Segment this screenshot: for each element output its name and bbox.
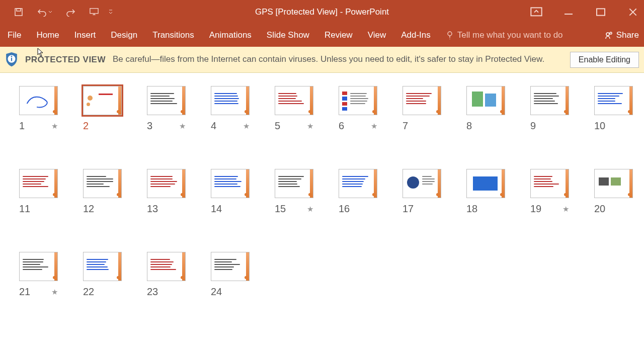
quick-access-toolbar — [0, 8, 113, 17]
slide-number: 18 — [466, 203, 477, 215]
enable-editing-button[interactable]: Enable Editing — [570, 52, 639, 68]
slide-thumbnail[interactable]: 4★ — [211, 86, 250, 132]
close-icon[interactable] — [627, 6, 639, 18]
tab-animations[interactable]: Animations — [202, 24, 259, 47]
slide-thumbnail[interactable]: 7 — [403, 86, 441, 132]
undo-dropdown-icon[interactable] — [48, 10, 52, 14]
share-label: Share — [616, 30, 639, 40]
slide-number: 13 — [147, 203, 158, 215]
tab-design[interactable]: Design — [103, 24, 145, 47]
slide-thumbnail[interactable]: 10 — [594, 86, 633, 132]
slide-number: 20 — [594, 203, 605, 215]
protected-view-label: PROTECTED VIEW — [25, 55, 106, 65]
svg-rect-0 — [15, 9, 22, 16]
share-button[interactable]: Share — [596, 24, 644, 47]
svg-rect-13 — [11, 58, 12, 61]
tell-me-search[interactable]: Tell me what you want to do — [438, 24, 596, 47]
slide-thumbnail[interactable]: 3★ — [147, 86, 186, 132]
slide-thumbnail[interactable]: 19★ — [530, 169, 569, 215]
tab-slide-show[interactable]: Slide Show — [259, 24, 317, 47]
tab-add-ins[interactable]: Add-Ins — [393, 24, 438, 47]
svg-point-10 — [606, 33, 609, 36]
svg-point-9 — [448, 32, 452, 36]
slide-number: 15 — [275, 203, 286, 215]
svg-rect-6 — [597, 9, 605, 15]
title-bar: GPS [Protected View] - PowerPoint — [0, 0, 644, 24]
slide-thumbnail[interactable]: 20 — [594, 169, 633, 215]
slide-number: 17 — [403, 203, 414, 215]
slide-thumbnail[interactable]: 1★ — [19, 86, 58, 132]
slide-thumbnail[interactable]: 21★ — [19, 252, 58, 298]
slide-thumbnail[interactable]: 14 — [211, 169, 250, 215]
svg-rect-1 — [17, 9, 21, 11]
ribbon: FileHomeInsertDesignTransitionsAnimation… — [0, 24, 644, 47]
slide-thumbnail[interactable]: 2 — [83, 86, 122, 132]
slide-thumbnail[interactable]: 18 — [466, 169, 505, 215]
slide-thumbnail[interactable]: 17 — [403, 169, 441, 215]
slide-number: 7 — [403, 120, 408, 132]
transition-star-icon: ★ — [307, 205, 313, 214]
slide-thumbnail[interactable]: 6★ — [339, 86, 377, 132]
slide-thumbnail[interactable]: 12 — [83, 169, 122, 215]
svg-point-14 — [11, 56, 13, 57]
slide-thumbnail[interactable]: 16 — [339, 169, 377, 215]
tab-review[interactable]: Review — [317, 24, 360, 47]
slide-number: 6 — [339, 120, 344, 132]
slide-number: 2 — [83, 120, 89, 132]
slide-thumbnail[interactable]: 11 — [19, 169, 58, 215]
maximize-icon[interactable] — [595, 6, 607, 18]
slide-number: 24 — [211, 286, 222, 298]
slide-sorter[interactable]: 1★23★4★5★6★789101112131415★16171819★2021… — [0, 73, 644, 298]
shield-info-icon — [5, 52, 18, 67]
slide-thumbnail[interactable]: 13 — [147, 169, 186, 215]
slide-thumbnail[interactable]: 23 — [147, 252, 186, 298]
slide-number: 12 — [83, 203, 94, 215]
save-icon[interactable] — [14, 8, 23, 17]
transition-star-icon: ★ — [371, 122, 377, 131]
ribbon-display-options-icon[interactable] — [530, 6, 542, 18]
transition-star-icon: ★ — [243, 122, 250, 131]
tab-transitions[interactable]: Transitions — [145, 24, 202, 47]
slide-number: 23 — [147, 286, 158, 298]
tell-me-placeholder: Tell me what you want to do — [457, 30, 563, 40]
tab-home[interactable]: Home — [29, 24, 66, 47]
start-from-beginning-icon[interactable] — [90, 8, 99, 17]
protected-view-message: Be careful—files from the Internet can c… — [113, 54, 563, 65]
slide-thumbnail[interactable]: 24 — [211, 252, 250, 298]
svg-rect-4 — [531, 8, 541, 16]
slide-thumbnail[interactable]: 5★ — [275, 86, 313, 132]
slide-thumbnail[interactable]: 8 — [466, 86, 505, 132]
tab-file[interactable]: File — [0, 24, 29, 47]
slide-number: 21 — [19, 286, 30, 298]
slide-thumbnail[interactable]: 22 — [83, 252, 122, 298]
slide-number: 10 — [594, 120, 605, 132]
slide-number: 3 — [147, 120, 152, 132]
slide-number: 4 — [211, 120, 216, 132]
transition-star-icon: ★ — [51, 288, 58, 297]
transition-star-icon: ★ — [562, 205, 569, 214]
svg-point-11 — [610, 32, 612, 34]
transition-star-icon: ★ — [307, 122, 313, 131]
window-controls — [530, 6, 644, 18]
tab-insert[interactable]: Insert — [67, 24, 104, 47]
slide-number: 14 — [211, 203, 222, 215]
redo-icon[interactable] — [66, 8, 75, 17]
svg-rect-2 — [90, 9, 98, 14]
protected-view-bar: PROTECTED VIEW Be careful—files from the… — [0, 47, 644, 73]
undo-icon[interactable] — [37, 8, 46, 17]
slide-number: 5 — [275, 120, 280, 132]
slide-thumbnail[interactable]: 15★ — [275, 169, 313, 215]
slide-number: 16 — [339, 203, 350, 215]
slide-number: 1 — [19, 120, 25, 132]
tab-view[interactable]: View — [360, 24, 394, 47]
slide-number: 9 — [530, 120, 536, 132]
transition-star-icon: ★ — [51, 122, 58, 131]
qat-customize-icon[interactable] — [109, 10, 113, 15]
slide-number: 11 — [19, 203, 30, 215]
transition-star-icon: ★ — [179, 122, 186, 131]
slide-thumbnail[interactable]: 9 — [530, 86, 569, 132]
slide-number: 19 — [530, 203, 541, 215]
slide-number: 22 — [83, 286, 94, 298]
slide-number: 8 — [466, 120, 472, 132]
minimize-icon[interactable] — [562, 6, 575, 18]
